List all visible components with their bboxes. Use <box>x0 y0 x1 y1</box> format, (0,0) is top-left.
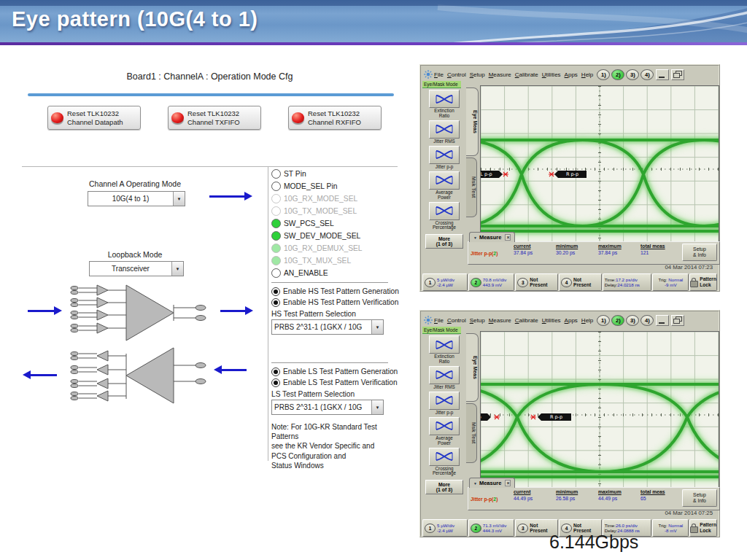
trigger-status-button[interactable]: Trig: Normal -9 mV <box>652 273 689 291</box>
menu-utilities[interactable]: Utilities <box>542 71 561 78</box>
chevron-down-icon[interactable]: ▼ <box>371 320 383 334</box>
channel-button-4[interactable]: 4) <box>640 69 654 80</box>
menu-utilities[interactable]: Utilities <box>542 317 561 324</box>
channel-button-4[interactable]: 4) <box>640 315 654 326</box>
sidebar-button-extinction-ratio[interactable] <box>429 90 460 108</box>
radio-mode-sel-pin[interactable] <box>271 182 281 191</box>
sidebar-button-jitter-p-p[interactable] <box>429 146 460 164</box>
pattern-lock-button[interactable]: Pattern Lock <box>689 273 717 291</box>
measure-tab[interactable]: ▼ Measure × <box>469 478 515 488</box>
minimize-button[interactable] <box>656 69 669 80</box>
menu-control[interactable]: Control <box>447 71 466 78</box>
measure-panel: Jitter p-p(2) current 37.84 ps minimum 3… <box>468 241 720 265</box>
setup-info-button[interactable]: Setup & Info <box>682 244 717 261</box>
channel-1-status-button[interactable]: 1 5 µW/div-2.4 µW <box>422 273 468 291</box>
channel-button-3[interactable]: 3) <box>626 315 639 326</box>
channel-button-1[interactable]: 1) <box>597 315 610 326</box>
menu-measure[interactable]: Measure <box>489 71 511 78</box>
channel-2-status-button[interactable]: 2 71.3 mV/div444.3 mV <box>468 519 515 537</box>
chevron-down-icon[interactable]: ▼ <box>171 262 183 276</box>
trigger-status-button[interactable]: Trig: Normal -8 mV <box>652 519 689 537</box>
sidebar-button-extinction-ratio[interactable] <box>429 335 460 354</box>
radio-ls-ver[interactable] <box>271 378 280 387</box>
operating-mode-dropdown[interactable]: 10G(4 to 1) ▼ <box>88 191 185 206</box>
title-bar: Eye pattern (10G(4 to 1) <box>0 0 747 45</box>
radio-sw-pcs-sel[interactable] <box>271 219 281 228</box>
reset-button-channel-rxfifo[interactable]: Reset TLK10232 Channel RXFIFO <box>288 106 382 130</box>
radio-ls-gen[interactable] <box>271 368 280 376</box>
channel-2-status-button[interactable]: 2 70.8 mV/div443.9 mV <box>468 273 515 291</box>
channel-button-3[interactable]: 3) <box>626 69 639 80</box>
red-button-icon <box>292 112 304 123</box>
measure-tab[interactable]: ▼ Measure × <box>469 232 515 242</box>
tab-mask-test[interactable]: Msk Test <box>466 158 477 217</box>
menu-apps[interactable]: Apps <box>565 71 578 78</box>
loopback-mode-dropdown[interactable]: Transceiver ▼ <box>89 261 184 276</box>
scope-sidebar: Extinction RatioJitter RMSJitter p-pAver… <box>422 335 466 494</box>
tab-mask-test[interactable]: Msk Test <box>466 403 477 463</box>
col-header-maximum: maximum <box>598 244 639 249</box>
menu-apps[interactable]: Apps <box>565 317 578 324</box>
minimize-button[interactable] <box>656 315 669 326</box>
close-icon[interactable]: × <box>505 480 511 486</box>
loopback-mode-value: Transceiver <box>90 262 171 276</box>
menu-help[interactable]: Help <box>581 317 593 324</box>
sidebar-group: Jitter p-p <box>429 146 460 170</box>
sidebar-button-jitter-p-p[interactable] <box>429 392 460 410</box>
menu-setup[interactable]: Setup <box>470 71 485 78</box>
mux-triangle <box>126 285 174 341</box>
chevron-down-icon[interactable]: ▼ <box>173 192 185 206</box>
radio-hs-ver[interactable] <box>271 298 280 307</box>
channel-1-status-button[interactable]: 1 5 µW/div-2.4 µW <box>422 519 468 537</box>
tab-eye-meas[interactable]: Eye Meas <box>466 88 479 156</box>
channel-4-status-button[interactable]: 4 Not Present <box>559 273 602 291</box>
radio-hs-gen[interactable] <box>271 287 280 296</box>
menu-setup[interactable]: Setup <box>470 317 485 324</box>
menu-measure[interactable]: Measure <box>489 317 511 324</box>
mode-radio-row: 10G_RX_DEMUX_SEL <box>271 242 397 254</box>
eye-diagram-icon <box>435 451 454 462</box>
sidebar-button-average-power[interactable] <box>429 171 460 190</box>
reset-button-channel-datapath[interactable]: Reset TLK10232 Channel Datapath <box>47 106 141 130</box>
close-icon[interactable]: × <box>505 234 511 241</box>
red-button-icon <box>51 112 63 123</box>
pattern-lock-button[interactable]: Pattern Lock <box>689 519 717 537</box>
channel-3-status-button[interactable]: 3 Not Present <box>515 273 558 291</box>
tx-in-arrow <box>28 310 54 312</box>
setup-info-button[interactable]: Setup & Info <box>682 489 717 507</box>
radio-an-enable[interactable] <box>271 268 281 278</box>
restore-button[interactable] <box>671 315 684 326</box>
restore-button[interactable] <box>671 69 684 80</box>
ls-gen-label: Enable LS Test Pattern Generation <box>283 368 398 376</box>
rx-out-arrow <box>31 374 57 376</box>
radio-sw-dev-mode-sel[interactable] <box>271 231 281 241</box>
measure-tab-label: Measure <box>479 480 501 486</box>
measure-minimum: 30.20 ps <box>556 250 597 255</box>
menu-file[interactable]: File <box>434 317 444 324</box>
channel-button-2[interactable]: 2) <box>611 69 624 80</box>
sidebar-button-average-power[interactable] <box>429 417 460 435</box>
channel-button-2[interactable]: 2) <box>611 315 624 326</box>
sidebar-button-crossing-percentage[interactable] <box>429 202 460 220</box>
timebase-status-button[interactable]: Time:17.2 ps/div Delay:24.0218 ns <box>603 273 652 291</box>
menu-help[interactable]: Help <box>581 71 593 78</box>
tab-eye-meas[interactable]: Eye Meas <box>466 333 479 402</box>
radio-st-pin[interactable] <box>271 169 281 179</box>
sidebar-button-jitter-rms[interactable] <box>429 366 460 384</box>
reset-button-channel-txfifo[interactable]: Reset TLK10232 Channel TXFIFO <box>168 106 261 130</box>
hs-pattern-dropdown[interactable]: PRBS 2^31-1 (1GKX / 10G ▼ <box>271 319 384 335</box>
channel-button-1[interactable]: 1) <box>597 69 610 80</box>
reset-button-label: Reset TLK10232 Channel Datapath <box>67 109 123 126</box>
menu-calibrate[interactable]: Calibrate <box>515 71 538 78</box>
sidebar-button-crossing-percentage[interactable] <box>429 448 460 466</box>
sidebar-button-jitter-rms[interactable] <box>429 120 460 139</box>
reset-button-label: Reset TLK10232 Channel TXFIFO <box>187 109 240 126</box>
menu-control[interactable]: Control <box>447 317 466 324</box>
menu-file[interactable]: File <box>434 71 444 78</box>
ls-pattern-dropdown[interactable]: PRBS 2^31-1 (1GKX / 10G ▼ <box>271 400 384 415</box>
menu-calibrate[interactable]: Calibrate <box>515 317 538 324</box>
more-button[interactable]: More (1 of 3) <box>425 480 463 494</box>
sidebar-group: Extinction Ratio <box>429 335 460 365</box>
more-button[interactable]: More (1 of 3) <box>425 234 463 249</box>
chevron-down-icon[interactable]: ▼ <box>371 400 383 414</box>
